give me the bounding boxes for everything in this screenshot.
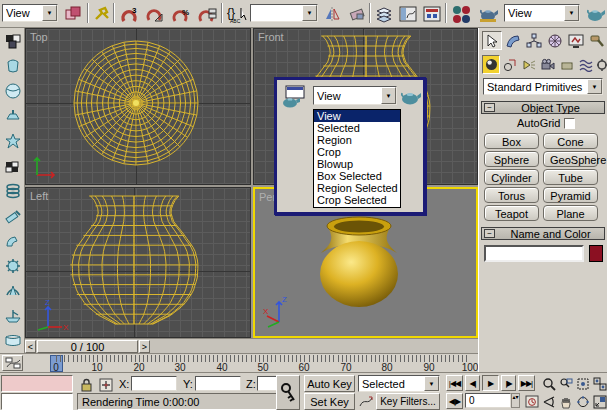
- chevron-down-icon[interactable]: ▼: [302, 5, 317, 21]
- set-key-button[interactable]: Set Key: [304, 393, 355, 410]
- torus-button[interactable]: Torus: [484, 187, 539, 203]
- zoom-extents-icon[interactable]: [575, 375, 591, 392]
- category-shapes[interactable]: [501, 55, 519, 74]
- zoom-all-icon[interactable]: [558, 375, 574, 392]
- sphere-button[interactable]: Sphere: [484, 151, 539, 167]
- category-geometry[interactable]: [482, 55, 500, 74]
- key-filters-button[interactable]: Key Filters...: [376, 393, 440, 410]
- selection-set-combo[interactable]: Selected ▼: [358, 375, 440, 392]
- track-bar[interactable]: 0 10 20 30 40 50 60 70 80 90 100: [0, 353, 478, 372]
- named-selection-combo[interactable]: ▼: [250, 4, 318, 22]
- set-keys-big-key-button[interactable]: [276, 375, 300, 410]
- chevron-down-icon[interactable]: ▼: [424, 376, 439, 391]
- dropdown-item-crop[interactable]: Crop: [314, 146, 400, 158]
- object-type-rollout-header[interactable]: − Object Type: [481, 101, 605, 114]
- edit-named-selections-icon[interactable]: {}ABC: [225, 3, 249, 25]
- schematic-view-icon[interactable]: [421, 3, 443, 25]
- compounds-tab-icon[interactable]: [0, 78, 25, 103]
- primitives-category-combo[interactable]: Standard Primitives ▼: [483, 78, 603, 95]
- teapot-button[interactable]: Teapot: [484, 205, 539, 221]
- angle-snap-icon[interactable]: [143, 3, 167, 25]
- dynamics-tab-icon[interactable]: [0, 278, 25, 303]
- time-slider-prev-button[interactable]: <: [25, 340, 36, 353]
- render-scene-icon[interactable]: [477, 3, 501, 25]
- mini-curve-editor-button[interactable]: [2, 355, 23, 371]
- time-configuration-icon[interactable]: [524, 393, 540, 409]
- category-helpers[interactable]: [558, 55, 576, 74]
- spacewarps-tab-icon[interactable]: [0, 178, 25, 203]
- dropdown-item-region[interactable]: Region: [314, 134, 400, 146]
- mirror-icon[interactable]: [322, 3, 344, 25]
- cone-button[interactable]: Cone: [543, 133, 598, 149]
- category-lights[interactable]: [520, 55, 538, 74]
- dropdown-item-view[interactable]: View: [314, 110, 400, 122]
- tab-modify[interactable]: [503, 31, 523, 50]
- quick-render-icon[interactable]: [584, 3, 606, 25]
- zoom-icon[interactable]: [541, 375, 557, 392]
- current-frame-field[interactable]: 0: [465, 393, 511, 408]
- previous-frame-button[interactable]: ◀|: [465, 375, 480, 391]
- category-systems[interactable]: [596, 55, 607, 74]
- chevron-down-icon[interactable]: ▼: [587, 79, 602, 94]
- pyramid-button[interactable]: Pyramid: [543, 187, 598, 203]
- object-name-field[interactable]: [484, 245, 584, 262]
- helpers-tab-icon[interactable]: [0, 153, 25, 178]
- absolute-offset-toggle-icon[interactable]: [97, 376, 115, 393]
- y-coordinate-field[interactable]: [195, 376, 241, 391]
- arc-rotate-icon[interactable]: [575, 393, 591, 410]
- tab-motion[interactable]: [545, 31, 565, 50]
- category-spacewarps[interactable]: [577, 55, 595, 74]
- field-of-view-icon[interactable]: [541, 393, 557, 410]
- particles-tab-icon[interactable]: [0, 128, 25, 153]
- use-center-icon[interactable]: [62, 3, 84, 25]
- popup-render-type-combo[interactable]: View ▼: [313, 86, 397, 105]
- dropdown-item-blowup[interactable]: Blowup: [314, 158, 400, 170]
- time-slider-track[interactable]: < 0 / 100 >: [25, 338, 478, 353]
- autogrid-checkbox[interactable]: [564, 118, 575, 129]
- next-frame-button[interactable]: |▶: [501, 375, 516, 391]
- curve-editor-icon[interactable]: [397, 3, 419, 25]
- reactor-tab-icon[interactable]: [0, 303, 25, 328]
- dropdown-item-crop-selected[interactable]: Crop Selected: [314, 194, 400, 206]
- snap-toggle-3d-icon[interactable]: 3: [117, 3, 141, 25]
- viewport-left[interactable]: Left ZX: [25, 187, 251, 338]
- reference-coordinate-combo[interactable]: View ▼: [2, 4, 58, 22]
- lights-cameras-tab-icon[interactable]: [0, 103, 25, 128]
- go-to-start-button[interactable]: |◀◀: [446, 375, 463, 391]
- zoom-extents-all-icon[interactable]: [592, 375, 607, 392]
- time-slider-next-button[interactable]: >: [139, 340, 150, 353]
- dropdown-item-selected[interactable]: Selected: [314, 122, 400, 134]
- utilities-tab-icon[interactable]: [0, 328, 25, 353]
- dropdown-item-box-selected[interactable]: Box Selected: [314, 170, 400, 182]
- rendering-tab-icon[interactable]: [0, 253, 25, 278]
- key-mode-toggle-button[interactable]: ◀|▶: [446, 393, 463, 409]
- percent-snap-icon[interactable]: %: [169, 3, 193, 25]
- tab-hierarchy[interactable]: [524, 31, 544, 50]
- tab-utilities[interactable]: [587, 31, 606, 50]
- align-icon[interactable]: [346, 3, 368, 25]
- x-coordinate-field[interactable]: [131, 376, 177, 391]
- modifiers-tab-icon[interactable]: [0, 203, 25, 228]
- geosphere-button[interactable]: GeoSphere: [543, 151, 598, 167]
- auto-key-button[interactable]: Auto Key: [304, 375, 355, 392]
- viewport-top[interactable]: Top: [25, 28, 251, 185]
- maxscript-mini-listener-pink[interactable]: [1, 375, 73, 392]
- name-color-rollout-header[interactable]: − Name and Color: [481, 227, 605, 240]
- cylinder-button[interactable]: Cylinder: [484, 169, 539, 185]
- plane-button[interactable]: Plane: [543, 205, 598, 221]
- time-slider-thumb[interactable]: 0 / 100: [37, 340, 138, 353]
- rollout-collapse-icon[interactable]: −: [484, 103, 495, 112]
- object-color-swatch[interactable]: [589, 245, 603, 262]
- material-editor-icon[interactable]: [449, 3, 473, 25]
- box-button[interactable]: Box: [484, 133, 539, 149]
- chevron-down-icon[interactable]: ▼: [42, 5, 57, 21]
- rollout-collapse-icon[interactable]: −: [484, 229, 495, 238]
- spinner-down-icon[interactable]: ▾: [516, 394, 519, 400]
- layer-manager-icon[interactable]: [373, 3, 395, 25]
- maxscript-mini-listener-white[interactable]: [1, 393, 73, 410]
- shapes-tab-icon[interactable]: [0, 53, 25, 78]
- min-max-toggle-icon[interactable]: [592, 393, 607, 410]
- chevron-down-icon[interactable]: ▼: [381, 87, 396, 104]
- spinner-snap-icon[interactable]: [195, 3, 219, 25]
- play-button[interactable]: ▶: [482, 375, 499, 391]
